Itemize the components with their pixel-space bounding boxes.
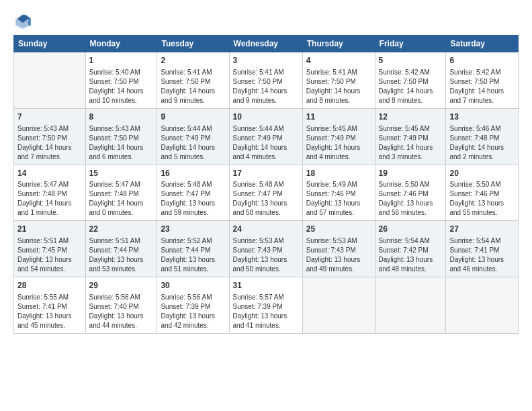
cell-info-line: Sunset: 7:39 PM	[233, 302, 299, 312]
calendar-cell: 6Sunrise: 5:42 AMSunset: 7:50 PMDaylight…	[446, 52, 519, 109]
calendar-cell	[14, 52, 86, 109]
cell-info-line: Sunset: 7:45 PM	[17, 246, 82, 255]
cell-info-line: Sunrise: 5:45 AM	[379, 124, 443, 134]
calendar-cell: 11Sunrise: 5:45 AMSunset: 7:49 PMDayligh…	[302, 108, 375, 165]
cell-info-line: Daylight: 14 hours	[89, 143, 154, 152]
calendar-header-cell: Wednesday	[229, 36, 302, 52]
day-number: 9	[161, 111, 225, 123]
cell-info-line: Daylight: 13 hours	[89, 255, 154, 265]
calendar-cell: 28Sunrise: 5:55 AMSunset: 7:41 PMDayligh…	[14, 277, 86, 334]
calendar-header-cell: Sunday	[14, 36, 86, 52]
day-number: 19	[379, 168, 443, 179]
calendar-cell: 25Sunrise: 5:53 AMSunset: 7:43 PMDayligh…	[302, 221, 375, 277]
cell-info-line: and 48 minutes.	[379, 265, 443, 274]
cell-info-line: and 9 minutes.	[233, 96, 299, 105]
page: SundayMondayTuesdayWednesdayThursdayFrid…	[0, 0, 532, 340]
calendar-cell	[302, 277, 375, 334]
cell-info-line: and 50 minutes.	[233, 265, 299, 274]
calendar-cell: 22Sunrise: 5:51 AMSunset: 7:44 PMDayligh…	[85, 221, 157, 277]
cell-info-line: Daylight: 14 hours	[306, 87, 371, 96]
calendar-cell: 24Sunrise: 5:53 AMSunset: 7:43 PMDayligh…	[229, 221, 302, 277]
cell-info-line: Sunrise: 5:42 AM	[379, 68, 443, 77]
cell-info-line: Sunset: 7:49 PM	[306, 134, 371, 143]
calendar-header-cell: Tuesday	[157, 36, 229, 52]
svg-marker-4	[28, 19, 31, 26]
day-number: 27	[449, 224, 515, 235]
calendar-cell	[446, 277, 519, 334]
cell-info-line: Sunset: 7:50 PM	[89, 77, 154, 87]
cell-info-line: Sunrise: 5:51 AM	[17, 236, 82, 246]
calendar-cell: 17Sunrise: 5:48 AMSunset: 7:47 PMDayligh…	[229, 165, 302, 221]
day-number: 17	[233, 168, 299, 179]
cell-info-line: Daylight: 14 hours	[379, 87, 443, 96]
cell-info-line: and 55 minutes.	[449, 208, 515, 218]
cell-info-line: Daylight: 14 hours	[306, 143, 371, 152]
day-number: 21	[17, 224, 82, 235]
cell-info-line: and 4 minutes.	[306, 152, 371, 162]
cell-info-line: Daylight: 14 hours	[449, 87, 515, 96]
cell-info-line: and 41 minutes.	[233, 321, 299, 330]
calendar-cell: 14Sunrise: 5:47 AMSunset: 7:48 PMDayligh…	[14, 165, 86, 221]
cell-info-line: Sunrise: 5:48 AM	[233, 180, 299, 189]
cell-info-line: and 53 minutes.	[89, 265, 154, 274]
cell-info-line: Sunrise: 5:55 AM	[17, 293, 82, 302]
day-number: 5	[379, 55, 443, 66]
cell-info-line: Daylight: 13 hours	[449, 199, 515, 208]
cell-info-line: Sunrise: 5:41 AM	[161, 68, 225, 77]
cell-info-line: Daylight: 13 hours	[379, 199, 443, 208]
cell-info-line: Sunset: 7:50 PM	[17, 134, 82, 143]
cell-info-line: and 5 minutes.	[161, 152, 225, 162]
cell-info-line: Daylight: 13 hours	[89, 312, 154, 321]
cell-info-line: Daylight: 13 hours	[17, 255, 82, 265]
cell-info-line: Sunrise: 5:48 AM	[161, 180, 225, 189]
calendar-cell: 16Sunrise: 5:48 AMSunset: 7:47 PMDayligh…	[157, 165, 229, 221]
calendar-header-cell: Saturday	[446, 36, 519, 52]
cell-info-line: Sunrise: 5:45 AM	[306, 124, 371, 134]
cell-info-line: Sunset: 7:46 PM	[449, 189, 515, 199]
cell-info-line: and 10 minutes.	[89, 96, 154, 105]
calendar-cell: 13Sunrise: 5:46 AMSunset: 7:48 PMDayligh…	[446, 108, 519, 165]
cell-info-line: Daylight: 14 hours	[17, 199, 82, 208]
cell-info-line: Sunrise: 5:54 AM	[379, 236, 443, 246]
cell-info-line: Sunrise: 5:44 AM	[233, 124, 299, 134]
cell-info-line: Sunset: 7:39 PM	[161, 302, 225, 312]
cell-info-line: and 59 minutes.	[161, 208, 225, 218]
day-number: 20	[449, 168, 515, 179]
calendar-header-cell: Friday	[375, 36, 446, 52]
cell-info-line: Daylight: 13 hours	[161, 199, 225, 208]
day-number: 30	[161, 280, 225, 291]
day-number: 6	[449, 55, 515, 66]
calendar-cell	[375, 277, 446, 334]
calendar-cell: 12Sunrise: 5:45 AMSunset: 7:49 PMDayligh…	[375, 108, 446, 165]
cell-info-line: Sunrise: 5:41 AM	[306, 68, 371, 77]
calendar-cell: 21Sunrise: 5:51 AMSunset: 7:45 PMDayligh…	[14, 221, 86, 277]
cell-info-line: Sunset: 7:50 PM	[449, 77, 515, 87]
cell-info-line: Sunrise: 5:47 AM	[17, 180, 82, 189]
cell-info-line: Daylight: 14 hours	[449, 143, 515, 152]
cell-info-line: Sunset: 7:42 PM	[379, 246, 443, 255]
cell-info-line: Sunset: 7:48 PM	[89, 189, 154, 199]
cell-info-line: Sunrise: 5:43 AM	[17, 124, 82, 134]
cell-info-line: Sunrise: 5:49 AM	[306, 180, 371, 189]
cell-info-line: and 8 minutes.	[379, 96, 443, 105]
cell-info-line: and 49 minutes.	[306, 265, 371, 274]
day-number: 7	[17, 111, 82, 123]
calendar-cell: 10Sunrise: 5:44 AMSunset: 7:49 PMDayligh…	[229, 108, 302, 165]
header	[13, 12, 519, 31]
day-number: 25	[306, 224, 371, 235]
cell-info-line: Daylight: 13 hours	[161, 255, 225, 265]
day-number: 1	[89, 55, 154, 66]
cell-info-line: Sunset: 7:48 PM	[17, 189, 82, 199]
calendar-cell: 4Sunrise: 5:41 AMSunset: 7:50 PMDaylight…	[302, 52, 375, 109]
calendar-table: SundayMondayTuesdayWednesdayThursdayFrid…	[13, 35, 519, 334]
cell-info-line: Sunrise: 5:43 AM	[89, 124, 154, 134]
calendar-cell: 8Sunrise: 5:43 AMSunset: 7:50 PMDaylight…	[85, 108, 157, 165]
cell-info-line: Sunrise: 5:47 AM	[89, 180, 154, 189]
cell-info-line: Sunrise: 5:40 AM	[89, 68, 154, 77]
cell-info-line: Sunset: 7:47 PM	[161, 189, 225, 199]
day-number: 12	[379, 111, 443, 123]
day-number: 4	[306, 55, 371, 66]
cell-info-line: Daylight: 14 hours	[379, 143, 443, 152]
cell-info-line: Daylight: 13 hours	[449, 255, 515, 265]
cell-info-line: Sunset: 7:40 PM	[89, 302, 154, 312]
